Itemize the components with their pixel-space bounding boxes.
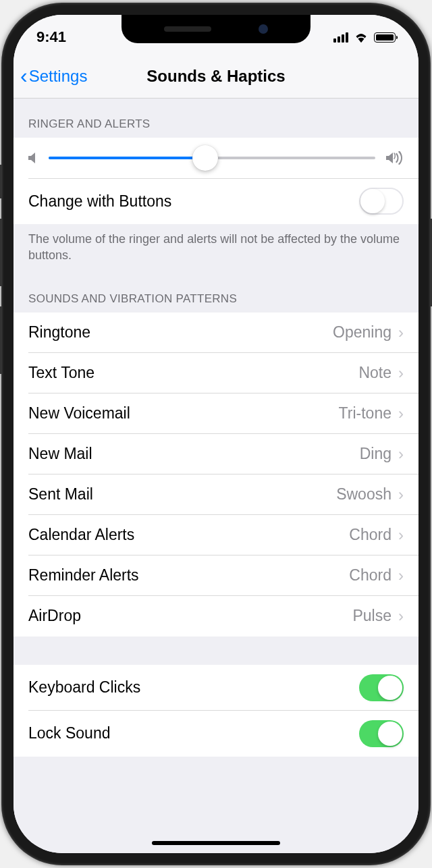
chevron-right-icon: › bbox=[398, 364, 404, 383]
volume-low-icon bbox=[28, 152, 38, 164]
sent-mail-cell[interactable]: Sent Mail Swoosh › bbox=[14, 474, 418, 515]
chevron-right-icon: › bbox=[398, 607, 404, 626]
iphone-frame: 9:41 ‹ Settings Sounds & Haptics R bbox=[1, 3, 431, 865]
cell-value: Chord bbox=[349, 566, 392, 585]
chevron-right-icon: › bbox=[398, 323, 404, 342]
cell-value: Pulse bbox=[352, 607, 392, 625]
change-with-buttons-cell: Change with Buttons bbox=[14, 178, 418, 224]
cell-value: Chord bbox=[349, 526, 392, 544]
airdrop-cell[interactable]: AirDrop Pulse › bbox=[14, 596, 418, 636]
new-mail-cell[interactable]: New Mail Ding › bbox=[14, 434, 418, 474]
cell-value: Ding bbox=[360, 445, 392, 463]
navigation-bar: ‹ Settings Sounds & Haptics bbox=[14, 54, 418, 99]
text-tone-cell[interactable]: Text Tone Note › bbox=[14, 353, 418, 394]
ringer-volume-slider[interactable] bbox=[49, 157, 375, 159]
ringer-section-footer: The volume of the ringer and alerts will… bbox=[14, 224, 418, 273]
status-time: 9:41 bbox=[36, 28, 66, 46]
content-scroll[interactable]: RINGER AND ALERTS Change with Buttons bbox=[14, 99, 418, 853]
lock-sound-cell: Lock Sound bbox=[14, 711, 418, 757]
new-voicemail-cell[interactable]: New Voicemail Tri-tone › bbox=[14, 394, 418, 434]
cell-label: Calendar Alerts bbox=[28, 526, 349, 544]
screen: 9:41 ‹ Settings Sounds & Haptics R bbox=[14, 15, 418, 853]
keyboard-clicks-label: Keyboard Clicks bbox=[28, 678, 359, 697]
notch bbox=[122, 15, 310, 43]
cell-label: AirDrop bbox=[28, 607, 352, 625]
chevron-right-icon: › bbox=[398, 404, 404, 423]
page-title: Sounds & Haptics bbox=[146, 67, 285, 86]
change-with-buttons-label: Change with Buttons bbox=[28, 192, 359, 211]
keyboard-clicks-toggle[interactable] bbox=[359, 674, 404, 701]
cell-label: Text Tone bbox=[28, 364, 358, 382]
volume-high-icon bbox=[386, 151, 404, 165]
battery-icon bbox=[374, 32, 396, 43]
patterns-section-header: SOUNDS AND VIBRATION PATTERNS bbox=[14, 273, 418, 313]
calendar-alerts-cell[interactable]: Calendar Alerts Chord › bbox=[14, 515, 418, 555]
chevron-right-icon: › bbox=[398, 485, 404, 504]
cell-value: Tri-tone bbox=[339, 404, 392, 423]
chevron-left-icon: ‹ bbox=[20, 63, 28, 88]
cell-value: Note bbox=[358, 364, 392, 382]
cell-value: Opening bbox=[333, 323, 392, 342]
keyboard-clicks-cell: Keyboard Clicks bbox=[14, 665, 418, 711]
ringer-section-header: RINGER AND ALERTS bbox=[14, 99, 418, 138]
slider-thumb[interactable] bbox=[192, 145, 218, 171]
cell-label: Ringtone bbox=[28, 323, 333, 342]
cellular-signal-icon bbox=[333, 32, 348, 43]
cell-label: New Mail bbox=[28, 445, 360, 463]
home-indicator[interactable] bbox=[152, 841, 280, 845]
change-with-buttons-toggle[interactable] bbox=[359, 188, 404, 215]
cell-label: Reminder Alerts bbox=[28, 566, 349, 585]
back-button[interactable]: ‹ Settings bbox=[20, 63, 87, 88]
cell-value: Swoosh bbox=[336, 485, 392, 504]
ringer-volume-cell bbox=[14, 138, 418, 178]
chevron-right-icon: › bbox=[398, 445, 404, 464]
wifi-icon bbox=[354, 31, 369, 43]
lock-sound-toggle[interactable] bbox=[359, 720, 404, 747]
ringtone-cell[interactable]: Ringtone Opening › bbox=[14, 313, 418, 353]
back-label: Settings bbox=[29, 67, 88, 86]
reminder-alerts-cell[interactable]: Reminder Alerts Chord › bbox=[14, 555, 418, 596]
lock-sound-label: Lock Sound bbox=[28, 724, 359, 742]
chevron-right-icon: › bbox=[398, 566, 404, 585]
chevron-right-icon: › bbox=[398, 526, 404, 545]
cell-label: Sent Mail bbox=[28, 485, 336, 504]
cell-label: New Voicemail bbox=[28, 404, 339, 423]
